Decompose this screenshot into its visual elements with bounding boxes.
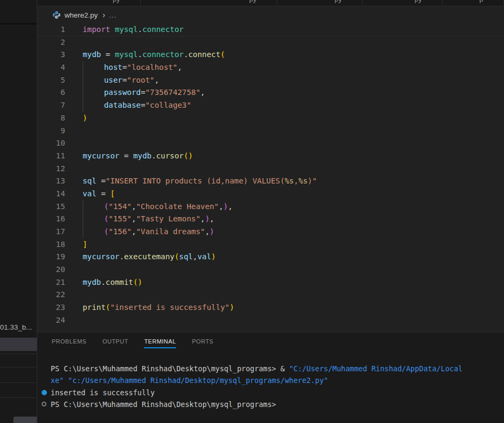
code-token: sql <box>83 175 97 188</box>
panel-tab-output[interactable]: OUTPUT <box>102 332 128 350</box>
terminal-line: PS C:\Users\Muhammed Rinshad\Desktop\mys… <box>37 398 504 410</box>
panel-tab-problems[interactable]: PROBLEMS <box>52 332 86 350</box>
editor-group: pypypypyp where2.py › ... 1import mysql.… <box>37 0 504 423</box>
code-token: "155" <box>109 213 132 226</box>
code-token: , <box>132 226 137 238</box>
line-number: 14 <box>37 188 65 201</box>
code-line[interactable]: 4host="localhost", <box>37 61 504 74</box>
panel-tab-ports[interactable]: PORTS <box>192 332 213 350</box>
code-token: . <box>101 276 106 289</box>
terminal-output[interactable]: PS C:\Users\Muhammed Rinshad\Desktop\mys… <box>37 363 504 411</box>
editor-tab-label-fragment: py <box>249 0 257 3</box>
code-token: , <box>294 175 299 188</box>
code-token: connect <box>188 49 220 61</box>
indent-guide <box>83 226 104 238</box>
line-number: 4 <box>37 61 65 74</box>
code-token: password <box>104 86 141 99</box>
code-line[interactable]: 8) <box>37 112 504 125</box>
code-line[interactable]: 7database="collage3" <box>37 99 504 112</box>
line-number: 21 <box>37 276 65 289</box>
code-line[interactable]: 2 <box>37 36 504 49</box>
code-line[interactable]: 14val = [ <box>37 188 504 201</box>
code-token: "inserted is successfully" <box>110 301 230 314</box>
row-divider <box>0 397 37 398</box>
command-success-decoration-icon[interactable] <box>42 390 47 395</box>
line-number: 8 <box>37 112 65 125</box>
code-line[interactable]: 23print("inserted is successfully") <box>37 301 504 314</box>
editor-tab[interactable]: p <box>443 0 504 6</box>
editor-tab[interactable]: py <box>277 0 363 6</box>
code-line[interactable]: 24 <box>37 314 504 327</box>
code-line[interactable]: 5user="root", <box>37 74 504 87</box>
code-line[interactable]: 1import mysql.connector <box>37 23 504 36</box>
code-line[interactable]: 22 <box>37 289 504 301</box>
code-token: , <box>132 213 137 226</box>
line-number: 3 <box>37 49 65 61</box>
code-token: executemany <box>124 251 174 264</box>
breadcrumb-symbol-ellipsis[interactable]: ... <box>109 11 116 19</box>
code-token: %s <box>299 175 308 188</box>
code-line[interactable]: 21mydb.commit() <box>37 276 504 289</box>
code-token: ( <box>106 301 110 314</box>
vscode-window: 01.33_b... pypypypyp where2.py › ... 1im… <box>0 0 504 423</box>
editor-tab[interactable]: py <box>363 0 443 6</box>
code-content: user="root", <box>83 74 159 87</box>
code-token: "collage3" <box>145 99 191 112</box>
sidebar-truncated-item[interactable]: 01.33_b... <box>0 323 36 331</box>
code-line[interactable]: 6password="7356742758", <box>37 86 504 99</box>
code-line[interactable]: 17("156","Vanila dreams",) <box>37 226 504 238</box>
code-line[interactable]: 12 <box>37 163 504 175</box>
code-line[interactable]: 10 <box>37 137 504 150</box>
code-token: ( <box>104 201 109 213</box>
code-line[interactable]: 13sql ="INSERT INTO products (id,name) V… <box>37 175 504 188</box>
code-token: "156" <box>109 226 132 238</box>
editor-tab-label-fragment: p <box>479 0 483 3</box>
code-content: ("156","Vanila dreams",) <box>83 226 214 238</box>
code-token: . <box>119 251 124 264</box>
indent-guide <box>83 213 104 226</box>
code-line[interactable]: 15("154","Chocolate Heaven",), <box>37 201 504 213</box>
code-token: "Chocolate Heaven" <box>136 201 219 213</box>
line-number: 20 <box>37 264 65 276</box>
code-line[interactable]: 3mydb = mysql.connector.connect( <box>37 49 504 61</box>
panel-tab-terminal[interactable]: TERMINAL <box>144 332 176 350</box>
code-line[interactable]: 18] <box>37 238 504 251</box>
code-token: . <box>151 150 156 163</box>
editor-tab-label-fragment: py <box>113 0 120 3</box>
code-token: "154" <box>109 201 132 213</box>
code-token: , <box>228 201 233 213</box>
code-line[interactable]: 11mycursor = mydb.cursor() <box>37 150 504 163</box>
code-editor[interactable]: 1import mysql.connector23mydb = mysql.co… <box>37 23 504 332</box>
editor-tab[interactable]: py <box>141 0 277 6</box>
breadcrumb[interactable]: where2.py › ... <box>37 6 504 23</box>
code-token: , <box>219 201 223 213</box>
code-token: ) <box>205 213 210 226</box>
code-line[interactable]: 16("155","Tasty Lemons",), <box>37 213 504 226</box>
code-line[interactable]: 20 <box>37 264 504 276</box>
terminal-text: inserted is successfully <box>51 388 155 397</box>
line-number: 2 <box>37 36 65 49</box>
code-content: database="collage3" <box>83 99 191 112</box>
code-token: connector <box>142 23 183 36</box>
breadcrumb-filename[interactable]: where2.py <box>65 11 98 19</box>
code-line[interactable]: 9 <box>37 125 504 138</box>
indent-guide <box>83 74 104 87</box>
code-line[interactable]: 19mycursor.executemany(sql,val) <box>37 251 504 264</box>
panel-tab-bar: PROBLEMSOUTPUTTERMINALPORTS <box>37 332 504 350</box>
code-token: , <box>132 201 137 213</box>
command-prompt-decoration-icon[interactable] <box>42 402 46 406</box>
code-token: = <box>141 99 146 112</box>
sidebar-selected-row[interactable] <box>0 338 37 351</box>
code-token: mydb <box>83 276 101 289</box>
code-content: import mysql.connector <box>83 23 183 36</box>
code-token: ( <box>104 213 109 226</box>
line-number: 11 <box>37 150 65 163</box>
code-token: , <box>178 61 182 74</box>
code-token: , <box>205 226 210 238</box>
panel-divider <box>0 23 37 25</box>
code-token: "INSERT INTO products (id,name) VALUES( <box>106 175 285 188</box>
editor-tab[interactable]: py <box>37 0 141 6</box>
code-token: "Vanila dreams" <box>136 226 205 238</box>
code-token: , <box>201 86 205 99</box>
code-token <box>110 23 115 36</box>
